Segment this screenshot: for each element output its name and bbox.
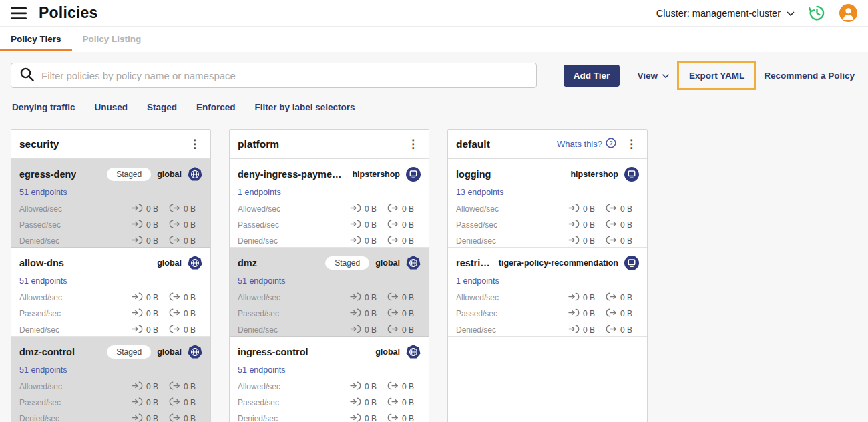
metric-label: Passed/sec [238, 220, 279, 230]
policy-endpoints-link[interactable]: 51 endpoints [19, 188, 67, 197]
metric-in-value: 0 B [583, 220, 595, 230]
metric-list: Allowed/sec 0 B [238, 381, 421, 422]
metric-list: Allowed/sec 0 B [238, 204, 421, 246]
metric-row: Passed/sec 0 B [19, 308, 202, 319]
policy-card[interactable]: restricted tigera-policy-recommendation … [448, 248, 647, 337]
arrow-in-icon [350, 325, 361, 335]
quick-filter-label-selectors[interactable]: Filter by label selectors [255, 102, 355, 112]
arrow-in-icon [350, 220, 361, 230]
view-dropdown[interactable]: View [637, 71, 669, 81]
policy-card[interactable]: allow-dns global 51 endpoin [11, 248, 210, 337]
metric-out-value: 0 B [620, 220, 632, 230]
arrow-in-icon [350, 236, 361, 246]
tier-name: default [456, 138, 490, 150]
policy-name: dmz [238, 258, 257, 268]
policy-endpoints-link[interactable]: 51 endpoints [19, 276, 67, 286]
topbar: Policies Cluster: management-cluster [0, 0, 868, 27]
metric-row: Passed/sec 0 B [19, 220, 202, 230]
policy-card[interactable]: ingress-control global 51 e [230, 337, 429, 422]
quick-filter-unused[interactable]: Unused [95, 102, 128, 112]
metric-in-value: 0 B [583, 236, 595, 246]
policy-list: deny-ingress-paymentservi… hipstershop 1… [230, 159, 429, 422]
policy-endpoints-link[interactable]: 51 endpoints [19, 365, 67, 375]
arrow-out-icon [387, 204, 399, 214]
metric-label: Denied/sec [456, 236, 496, 246]
tab-policy-tiers[interactable]: Policy Tiers [0, 27, 72, 51]
metric-label: Allowed/sec [19, 293, 62, 302]
policy-card[interactable]: dmz-control Staged global 51 [11, 337, 210, 422]
policy-endpoints-link[interactable]: 51 endpoints [238, 365, 286, 375]
metric-in-value: 0 B [146, 398, 158, 407]
tab-policy-listing[interactable]: Policy Listing [72, 27, 152, 51]
arrow-out-icon [606, 236, 617, 246]
metric-row: Passed/sec 0 B [19, 397, 202, 408]
arrow-out-icon [606, 308, 617, 319]
metric-out-value: 0 B [184, 398, 196, 407]
avatar-icon[interactable] [839, 4, 857, 22]
metric-label: Passed/sec [19, 309, 61, 319]
policy-filter-input[interactable] [41, 70, 528, 81]
metric-label: Denied/sec [19, 236, 59, 246]
metric-out-value: 0 B [402, 204, 414, 214]
search-icon [19, 67, 35, 85]
cluster-selector[interactable]: Cluster: management-cluster [656, 8, 795, 19]
metric-out-value: 0 B [184, 204, 196, 214]
metric-label: Passed/sec [19, 220, 61, 230]
arrow-in-icon [350, 308, 361, 319]
metric-list: Allowed/sec 0 B [238, 292, 421, 335]
policy-endpoints-link[interactable]: 51 endpoints [238, 276, 286, 286]
staged-badge: Staged [107, 345, 151, 359]
metric-row: Denied/sec 0 B [238, 325, 421, 335]
policy-card[interactable]: dmz Staged global 51 endpoin [230, 248, 429, 337]
recommend-policy-button[interactable]: Recommend a Policy [764, 71, 855, 81]
policy-name: ingress-control [238, 347, 308, 357]
cluster-selector-label: Cluster: management-cluster [656, 8, 781, 19]
policy-scope: global [375, 258, 400, 268]
quick-filter-denying-traffic[interactable]: Denying traffic [12, 102, 75, 112]
policy-name: restricted [456, 258, 493, 268]
policy-card[interactable]: deny-ingress-paymentservi… hipstershop 1… [230, 159, 429, 248]
policy-card[interactable]: logging hipstershop 13 endpoints Allowed… [448, 159, 647, 248]
export-yaml-highlight: Export YAML [677, 61, 756, 90]
arrow-out-icon [387, 220, 399, 230]
tier-column: security ⋮ egress-deny Staged global [11, 129, 211, 422]
metric-label: Allowed/sec [238, 382, 280, 391]
arrow-in-icon [568, 236, 580, 246]
arrow-out-icon [606, 325, 617, 335]
metric-out-value: 0 B [402, 398, 414, 407]
metric-out-value: 0 B [620, 236, 632, 246]
tier-help-link[interactable]: Whats this? ? [557, 138, 616, 150]
policy-endpoints-link[interactable]: 1 endpoints [238, 188, 281, 197]
metric-row: Allowed/sec 0 B [456, 292, 639, 303]
arrow-in-icon [132, 236, 143, 246]
quick-filter-enforced[interactable]: Enforced [196, 102, 236, 112]
metric-out-value: 0 B [620, 325, 632, 335]
metric-row: Passed/sec 0 B [238, 220, 421, 230]
kebab-icon[interactable]: ⋮ [405, 138, 421, 150]
metric-row: Denied/sec 0 B [238, 236, 421, 246]
app: { "header": { "title": "Policies", "clus… [0, 0, 868, 422]
metric-label: Denied/sec [19, 414, 59, 422]
arrow-in-icon [350, 292, 361, 303]
metric-in-value: 0 B [365, 236, 377, 246]
arrow-out-icon [169, 204, 180, 214]
metric-label: Passed/sec [456, 309, 497, 319]
tier-name: security [19, 138, 59, 150]
metric-out-value: 0 B [402, 309, 414, 319]
globe-icon [406, 345, 421, 359]
metric-label: Allowed/sec [456, 204, 499, 214]
metric-row: Allowed/sec 0 B [238, 292, 421, 303]
menu-icon[interactable] [11, 7, 27, 19]
policy-endpoints-link[interactable]: 13 endpoints [456, 188, 504, 197]
export-yaml-button[interactable]: Export YAML [689, 71, 744, 81]
kebab-icon[interactable]: ⋮ [624, 138, 639, 150]
tabbar: Policy Tiers Policy Listing [0, 27, 868, 51]
policy-card[interactable]: egress-deny Staged global 51 [11, 159, 210, 248]
policy-endpoints-link[interactable]: 1 endpoints [456, 276, 499, 286]
quick-filter-staged[interactable]: Staged [147, 102, 177, 112]
arrow-out-icon [387, 236, 399, 246]
add-tier-button[interactable]: Add Tier [564, 65, 620, 87]
history-icon[interactable] [808, 4, 826, 22]
metric-row: Passed/sec 0 B [238, 397, 421, 408]
kebab-icon[interactable]: ⋮ [187, 138, 202, 150]
